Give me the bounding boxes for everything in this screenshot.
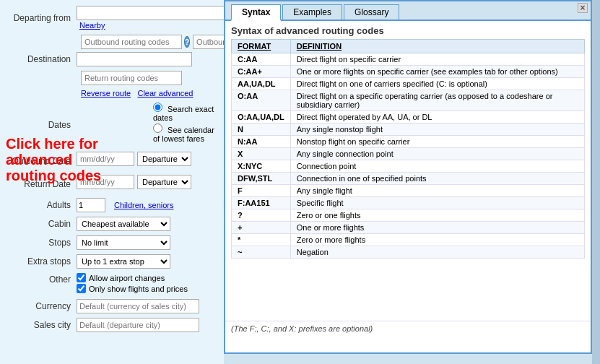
cabin-row: Cabin Cheapest available [4,217,219,231]
definition-cell: Nonstop flight on specific carrier [290,136,584,148]
return-routing-input[interactable] [81,71,182,85]
only-show-flights-label: Only show flights and prices [89,285,188,293]
currency-input[interactable] [77,299,199,313]
scrollbar[interactable] [592,0,600,364]
definition-cell: Direct flight operated by AA, UA, or DL [290,111,584,124]
popup-title: Syntax of advanced routing codes [225,21,591,39]
format-cell: F [232,185,291,197]
format-cell: ? [232,209,291,222]
table-row: N:AANonstop flight on specific carrier [232,136,585,148]
allow-airport-checkbox[interactable] [77,273,86,282]
return-routing-row [81,71,219,85]
popup-tabs: Syntax Examples Glossary [225,1,591,21]
format-cell: O:AA [232,90,291,111]
only-show-flights-row: Only show flights and prices [77,284,188,293]
tab-examples[interactable]: Examples [282,4,342,20]
definition-cell: Zero or one flights [290,209,584,222]
table-row: FAny single flight [232,185,585,197]
adults-input[interactable] [77,198,105,212]
format-cell: N:AA [232,136,291,148]
popup-close-button[interactable]: × [578,3,588,13]
format-cell: X:NYC [232,160,291,173]
extra-stops-select[interactable]: Up to 1 extra stop [77,254,170,269]
cabin-select[interactable]: Cheapest available [77,217,170,231]
stops-label: Stops [4,238,77,248]
definition-cell: Specific flight [290,197,584,209]
definition-cell: One or more flights on specific carrier … [290,66,584,78]
format-cell: F:AA151 [232,197,291,209]
definition-cell: Negation [290,246,584,259]
table-row: DFW,STLConnection in one of specified po… [232,173,585,185]
nearby-link[interactable]: Nearby [79,21,105,30]
tab-syntax[interactable]: Syntax [231,4,281,21]
other-row: Other Allow airport changes Only show fl… [4,273,219,295]
table-row: O:AADirect flight on a specific operatin… [232,90,585,111]
extra-stops-row: Extra stops Up to 1 extra stop [4,254,219,269]
dates-label: Dates [4,120,77,130]
definition-cell: Direct flight on a specific operating ca… [290,90,584,111]
children-seniors-link[interactable]: Children, seniors [114,201,174,209]
tab-glossary[interactable]: Glossary [344,4,399,20]
sales-city-label: Sales city [4,320,77,330]
definition-cell: Direct flight on one of carriers specifi… [290,78,584,90]
table-row: F:AA151Specific flight [232,197,585,209]
search-exact-radio[interactable] [153,103,162,112]
routing-table: FORMAT DEFINITION C:AADirect flight on s… [231,39,585,259]
destination-label: Destination [4,54,77,64]
table-row: ?Zero or one flights [232,209,585,222]
definition-cell: Any single connection point [290,148,584,160]
format-cell: O:AA,UA,DL [232,111,291,124]
definition-cell: Zero or more flights [290,234,584,246]
table-row: C:AA+One or more flights on specific car… [232,66,585,78]
reverse-route-link[interactable]: Reverse route [81,89,131,98]
adults-label: Adults [4,200,77,210]
popup-panel: × Syntax Examples Glossary Syntax of adv… [224,0,592,354]
stops-row: Stops No limit [4,235,219,250]
destination-row: Destination Chicago O'Hare, IL (ORD) [4,52,219,66]
definition-cell: Connection point [290,160,584,173]
col-definition: DEFINITION [290,40,584,53]
format-cell: C:AA [232,53,291,66]
format-cell: C:AA+ [232,66,291,78]
see-calendar-radio[interactable] [153,124,162,133]
routing-links: Reverse route Clear advanced [81,88,219,98]
table-row: +One or more flights [232,222,585,234]
definition-cell: Direct flight on specific carrier [290,53,584,66]
other-label: Other [4,274,77,285]
table-row: C:AADirect flight on specific carrier [232,53,585,66]
definition-cell: Connection in one of specified points [290,173,584,185]
cabin-label: Cabin [4,219,77,229]
departing-from-input[interactable]: New York John F Kennedy International, N… [77,6,235,20]
departing-from-content: New York John F Kennedy International, N… [77,6,235,30]
table-row: O:AA,UA,DLDirect flight operated by AA, … [232,111,585,124]
destination-input[interactable]: Chicago O'Hare, IL (ORD) [77,52,192,66]
extra-stops-label: Extra stops [4,256,77,266]
col-format: FORMAT [232,40,291,53]
format-cell: AA,UA,DL [232,78,291,90]
currency-row: Currency [4,299,219,313]
format-cell: * [232,234,291,246]
adults-row: Adults Children, seniors [4,198,219,212]
departing-from-row: Departing from New York John F Kennedy I… [4,6,219,30]
outbound-routing-input[interactable] [81,35,182,49]
stops-select[interactable]: No limit [77,235,170,250]
sales-city-input[interactable] [77,318,199,332]
adults-content: Children, seniors [77,198,219,212]
outbound-routing-row: ? ? [81,35,219,49]
departing-from-label: Departing from [4,13,77,23]
routing-annotation: Click here for advancedrouting codes [6,136,165,183]
clear-advanced-link[interactable]: Clear advanced [137,89,193,98]
format-cell: N [232,124,291,136]
popup-footer: (The F:, C:, and X: prefixes are optiona… [225,321,591,336]
only-show-flights-checkbox[interactable] [77,284,86,293]
sales-city-row: Sales city [4,318,219,332]
destination-content: Chicago O'Hare, IL (ORD) [77,52,219,66]
table-row: XAny single connection point [232,148,585,160]
routing-help-button[interactable]: ? [184,36,190,48]
format-cell: + [232,222,291,234]
table-row: ~Negation [232,246,585,259]
search-exact-label: Search exact dates [153,103,219,122]
format-cell: ~ [232,246,291,259]
table-row: X:NYCConnection point [232,160,585,173]
currency-label: Currency [4,301,77,311]
